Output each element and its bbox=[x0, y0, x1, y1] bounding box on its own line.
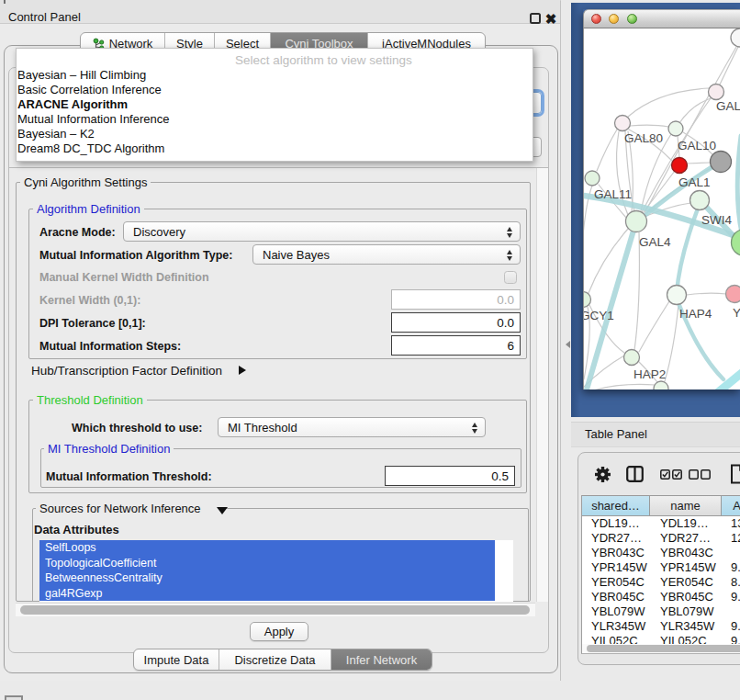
network-node-GAL7[interactable] bbox=[709, 85, 724, 100]
tab-infer-network[interactable]: Infer Network bbox=[331, 649, 432, 670]
collapse-arrow-icon[interactable] bbox=[217, 507, 228, 514]
aracne-mode-combobox[interactable]: Discovery bbox=[123, 221, 521, 242]
algorithm-option[interactable]: Basic Correlation Inference bbox=[17, 83, 533, 97]
horizontal-scrollbar-thumb[interactable] bbox=[20, 605, 530, 615]
algorithm-option[interactable]: Dream8 DC_TDC Algorithm bbox=[17, 141, 533, 156]
network-node-label: GAL1 bbox=[678, 175, 711, 189]
aracne-mode-value: Discovery bbox=[133, 225, 185, 239]
network-edge[interactable] bbox=[634, 232, 639, 350]
gear-icon[interactable] bbox=[593, 465, 612, 484]
network-edge[interactable] bbox=[584, 186, 592, 288]
mi-threshold-field[interactable]: 0.5 bbox=[385, 466, 515, 486]
manual-kernel-width-checkbox[interactable] bbox=[504, 271, 517, 284]
expander-arrow-icon[interactable] bbox=[239, 366, 246, 375]
mac-minimize-icon[interactable] bbox=[609, 14, 619, 24]
network-node-label: SWI4 bbox=[701, 213, 732, 227]
mi-algorithm-type-combobox[interactable]: Naive Bayes bbox=[252, 244, 521, 265]
table-scrollbar-thumb[interactable] bbox=[587, 645, 740, 652]
combo-arrows-icon bbox=[507, 226, 513, 239]
panel-divider-handle-icon[interactable] bbox=[566, 341, 570, 348]
network-edge[interactable] bbox=[687, 293, 726, 295]
attribute-list-item[interactable]: BetweennessCentrality bbox=[39, 570, 495, 586]
network-node-HAP4[interactable] bbox=[667, 286, 687, 305]
network-node-GAL11[interactable] bbox=[585, 171, 600, 186]
network-node-gray-node[interactable] bbox=[711, 152, 732, 173]
table-row[interactable]: YLR345WYLR345W9. bbox=[582, 619, 740, 634]
attribute-list-item[interactable]: TopologicalCoefficient bbox=[39, 556, 495, 571]
algorithm-option[interactable]: ARACNE Algorithm bbox=[17, 97, 533, 112]
table-cell: 13 bbox=[731, 516, 740, 531]
network-node-GAL1[interactable] bbox=[672, 158, 688, 174]
sources-title[interactable]: Sources for Network Inference bbox=[36, 502, 218, 515]
mac-zoom-icon[interactable] bbox=[627, 14, 637, 24]
mi-threshold-label: Mutual Information Threshold: bbox=[46, 470, 212, 483]
network-canvas[interactable]: GAL7GAL80GAL10GAL1GAL11SWI4GAL4GCY1HAP4Y… bbox=[583, 28, 740, 390]
algorithm-option[interactable]: Bayesian – K2 bbox=[17, 127, 533, 141]
table-cell: 12 bbox=[731, 531, 740, 546]
network-edge[interactable] bbox=[639, 301, 669, 352]
network-edge[interactable] bbox=[687, 163, 711, 164]
apply-button[interactable]: Apply bbox=[250, 622, 308, 641]
network-node-label: GAL10 bbox=[678, 139, 716, 152]
window-edge-artifact bbox=[4, 0, 6, 4]
split-columns-icon[interactable] bbox=[626, 466, 644, 482]
kernel-width-field[interactable]: 0.0 bbox=[391, 289, 521, 310]
table-cell: YLR345W bbox=[660, 619, 714, 634]
checked-pair-icon[interactable] bbox=[660, 469, 682, 480]
table-row[interactable]: YER054CYER054C8. bbox=[582, 575, 740, 590]
network-edge[interactable] bbox=[584, 384, 656, 390]
network-node-SWI4[interactable] bbox=[690, 191, 710, 210]
column-header-2[interactable]: name bbox=[650, 495, 722, 516]
network-node-GAL80[interactable] bbox=[615, 116, 631, 131]
table-cell: YDR27… bbox=[660, 531, 711, 546]
settings-horizontal-scrollbar[interactable] bbox=[16, 603, 535, 616]
table-cell: YBL079W bbox=[660, 604, 714, 619]
partial-corner-button[interactable] bbox=[5, 695, 23, 700]
column-header-3[interactable]: A bbox=[722, 495, 740, 516]
aracne-mode-label: Aracne Mode: bbox=[39, 226, 116, 239]
algorithm-placeholder: Select algorithm to view settings bbox=[235, 53, 412, 67]
network-edge[interactable] bbox=[597, 130, 617, 171]
table-row[interactable]: YIL052CYIL052C9. bbox=[582, 634, 740, 644]
table-row[interactable]: YDL19…YDL19…13 bbox=[582, 516, 740, 531]
hub-expander-label[interactable]: Hub/Transcription Factor Definition bbox=[31, 364, 222, 378]
network-window-titlebar[interactable] bbox=[583, 9, 740, 28]
cyni-function-tabs: Impute DataDiscretize DataInfer Network bbox=[133, 649, 432, 671]
network-node-bottom-partial[interactable] bbox=[654, 381, 668, 390]
data-attributes-list[interactable]: SelfLoopsTopologicalCoefficientBetweenne… bbox=[39, 540, 513, 602]
network-node-label: HAP4 bbox=[679, 307, 712, 321]
column-header-1[interactable]: shared… bbox=[582, 495, 650, 516]
table-cell: YPR145W bbox=[591, 560, 647, 575]
attribute-list-item[interactable]: SelfLoops bbox=[39, 540, 495, 556]
network-node-label: HAP2 bbox=[633, 367, 666, 381]
mi-threshold-definition-title: MI Threshold Definition bbox=[44, 442, 174, 456]
network-edge[interactable] bbox=[665, 305, 678, 381]
tab-discretize-data[interactable]: Discretize Data bbox=[219, 649, 331, 670]
mac-close-icon[interactable] bbox=[591, 14, 601, 24]
network-node-GAL4[interactable] bbox=[626, 211, 647, 232]
unchecked-pair-icon[interactable] bbox=[689, 469, 711, 480]
attribute-list-item[interactable]: gal4RGexp bbox=[39, 586, 495, 602]
network-edge[interactable] bbox=[628, 88, 709, 117]
algorithm-option[interactable]: Bayesian – Hill Climbing bbox=[17, 68, 533, 83]
algorithm-option[interactable]: Mutual Information Inference bbox=[17, 112, 533, 127]
network-edge[interactable] bbox=[630, 125, 668, 127]
table-row[interactable]: YBL079WYBL079W bbox=[582, 604, 740, 619]
which-threshold-combobox[interactable]: MI Threshold bbox=[218, 417, 486, 437]
table-row[interactable]: YDR27…YDR27…12 bbox=[582, 531, 740, 546]
table-row[interactable]: YBR045CYBR045C9. bbox=[582, 590, 740, 604]
settings-vertical-scrollbar[interactable] bbox=[536, 168, 548, 602]
table-row[interactable]: YPR145WYPR145W9. bbox=[582, 560, 740, 575]
file-icon[interactable] bbox=[730, 464, 740, 484]
network-edge[interactable] bbox=[720, 47, 738, 85]
network-node-Y-pink[interactable] bbox=[726, 286, 740, 303]
mi-steps-field[interactable]: 6 bbox=[391, 335, 521, 356]
tab-impute-data[interactable]: Impute Data bbox=[134, 649, 219, 670]
close-icon[interactable]: ✖ bbox=[544, 10, 558, 27]
network-node-HAP2[interactable] bbox=[624, 350, 640, 366]
dpi-tolerance-field[interactable]: 0.0 bbox=[391, 312, 521, 333]
network-node-GAL10[interactable] bbox=[668, 121, 683, 136]
network-node-top-partial[interactable] bbox=[731, 28, 740, 47]
table-row[interactable]: YBR043CYBR043C bbox=[582, 546, 740, 560]
float-window-icon[interactable] bbox=[530, 13, 541, 24]
